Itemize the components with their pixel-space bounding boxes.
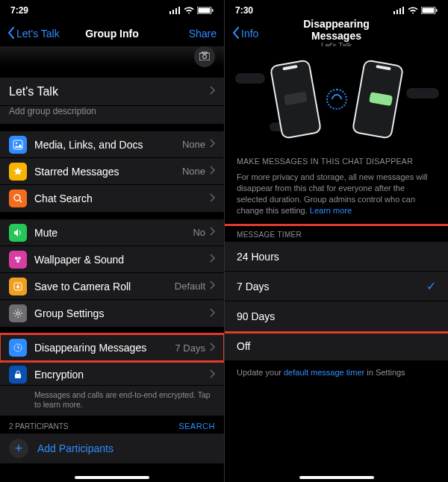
illustration	[225, 51, 448, 148]
value: None	[182, 139, 205, 150]
chevron-left-icon	[7, 27, 15, 41]
star-icon	[9, 163, 27, 181]
section-header: MESSAGE TIMER	[225, 226, 448, 242]
svg-point-8	[203, 54, 207, 58]
back-button[interactable]: Info	[232, 27, 284, 41]
chevron-right-icon	[210, 139, 215, 150]
search-participants-link[interactable]: SEARCH	[178, 422, 215, 431]
row-media[interactable]: Media, Links, and Docs None	[0, 131, 224, 158]
svg-rect-19	[15, 374, 21, 378]
svg-rect-5	[199, 8, 211, 13]
checkmark-icon: ✓	[426, 279, 436, 293]
status-time: 7:30	[235, 5, 253, 16]
battery-icon	[421, 7, 438, 14]
svg-point-14	[18, 257, 21, 260]
status-time: 7:29	[10, 5, 28, 16]
svg-rect-3	[178, 7, 180, 14]
encryption-section: Encryption Messages and calls are end-to…	[0, 361, 224, 416]
nav-bar: Let's Talk Group Info Share	[0, 21, 224, 46]
row-save-camera-roll[interactable]: Save to Camera Roll Default	[0, 273, 224, 300]
add-group-description[interactable]: Add group description	[0, 106, 224, 124]
value: None	[182, 166, 205, 177]
speaker-icon	[9, 224, 27, 242]
disappearing-section: Disappearing Messages 7 Days	[0, 334, 224, 361]
chevron-right-icon	[210, 254, 215, 265]
svg-point-13	[15, 257, 18, 260]
section-footer: Update your default message timer in Set…	[225, 361, 448, 384]
highlighted-options: MESSAGE TIMER 24 Hours 7 Days ✓ 90 Days	[225, 226, 448, 331]
row-encryption[interactable]: Encryption	[0, 361, 224, 386]
chevron-right-icon	[210, 342, 215, 354]
option-7-days[interactable]: 7 Days ✓	[225, 272, 448, 301]
encryption-subtext: Messages and calls are end-to-end encryp…	[0, 386, 224, 416]
value: 7 Days	[175, 342, 205, 354]
content: MAKE MESSAGES IN THIS CHAT DISAPPEAR For…	[225, 46, 448, 482]
wifi-icon	[408, 7, 418, 14]
row-disappearing-messages[interactable]: Disappearing Messages 7 Days	[0, 334, 224, 361]
svg-rect-0	[169, 11, 171, 14]
timer-icon	[9, 339, 27, 357]
option-24-hours[interactable]: 24 Hours	[225, 242, 448, 272]
header-fade	[0, 46, 224, 69]
chevron-right-icon	[210, 86, 215, 97]
svg-rect-25	[423, 8, 435, 13]
svg-rect-1	[172, 10, 174, 14]
chevron-right-icon	[210, 308, 215, 319]
page-title: Group Info	[60, 28, 164, 40]
default-timer-link[interactable]: default message timer	[284, 368, 364, 377]
timer-icon	[326, 89, 347, 110]
option-90-days[interactable]: 90 Days	[225, 301, 448, 331]
svg-rect-6	[212, 9, 214, 12]
gear-icon	[9, 304, 27, 322]
settings-section: Mute No Wallpaper & Sound Save to Camera…	[0, 219, 224, 327]
learn-more-link[interactable]: Learn more	[310, 206, 352, 215]
description: MAKE MESSAGES IN THIS CHAT DISAPPEAR For…	[225, 148, 448, 219]
signal-icon	[393, 7, 405, 14]
home-indicator[interactable]	[75, 476, 149, 479]
chevron-right-icon	[210, 227, 215, 238]
home-indicator[interactable]	[299, 476, 374, 479]
group-name-row[interactable]: Let's Talk	[0, 78, 224, 106]
download-icon	[9, 278, 27, 295]
svg-rect-20	[393, 11, 395, 14]
share-button[interactable]: Share	[164, 28, 217, 40]
svg-point-17	[16, 312, 19, 315]
svg-point-12	[14, 195, 20, 201]
nav-bar: Info Disappearing Messages Let's Talk	[225, 21, 448, 46]
svg-rect-26	[436, 9, 438, 12]
row-group-settings[interactable]: Group Settings	[0, 300, 224, 327]
svg-point-11	[16, 142, 17, 143]
svg-point-15	[16, 260, 19, 263]
svg-rect-22	[399, 8, 401, 14]
svg-rect-21	[396, 10, 398, 14]
battery-icon	[197, 7, 214, 14]
back-label: Info	[241, 28, 258, 40]
back-label: Let's Talk	[16, 28, 60, 40]
group-name: Let's Talk	[9, 85, 210, 98]
add-participants-row[interactable]: + Add Participants	[0, 434, 224, 463]
row-chat-search[interactable]: Chat Search	[0, 185, 224, 212]
svg-rect-10	[13, 140, 22, 149]
row-wallpaper[interactable]: Wallpaper & Sound	[0, 246, 224, 273]
description-header: MAKE MESSAGES IN THIS CHAT DISAPPEAR	[237, 157, 436, 166]
camera-button[interactable]	[194, 46, 215, 67]
option-off[interactable]: Off	[225, 331, 448, 361]
svg-rect-2	[175, 8, 177, 14]
participants-header: 2 PARTICIPANTS SEARCH	[0, 416, 224, 434]
media-section: Media, Links, and Docs None Starred Mess…	[0, 131, 224, 212]
phone-left: 7:29 Let's Talk Group Info Share	[0, 0, 224, 482]
search-icon	[9, 190, 27, 207]
illustration-phone-right	[351, 59, 404, 140]
camera-icon	[199, 51, 210, 63]
row-starred[interactable]: Starred Messages None	[0, 158, 224, 185]
svg-rect-23	[402, 7, 404, 14]
signal-icon	[169, 7, 181, 14]
description-body: For more privacy and storage, all new me…	[237, 172, 436, 216]
chevron-right-icon	[210, 166, 215, 177]
status-bar: 7:29	[0, 0, 224, 21]
phone-right: 7:30 Info Disappearing Messages Let's Ta…	[224, 0, 448, 482]
lock-icon	[9, 366, 27, 384]
chevron-right-icon	[210, 281, 215, 292]
back-button[interactable]: Let's Talk	[7, 27, 60, 41]
row-mute[interactable]: Mute No	[0, 219, 224, 246]
